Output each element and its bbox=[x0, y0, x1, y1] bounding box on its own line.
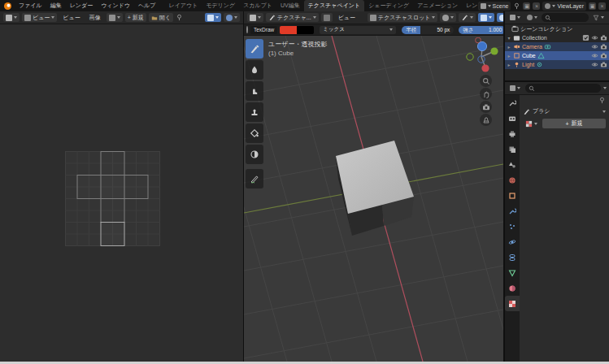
tab-layout[interactable]: レイアウト bbox=[164, 0, 202, 11]
row-object-light[interactable]: ▸ Light bbox=[505, 60, 609, 69]
editor-type-button[interactable] bbox=[247, 13, 263, 22]
disclosure-open-icon[interactable]: ▾ bbox=[507, 35, 511, 41]
tool-clone-button[interactable] bbox=[246, 102, 263, 122]
menu-help[interactable]: ヘルプ bbox=[134, 2, 160, 10]
axis-x-handle[interactable] bbox=[481, 64, 489, 72]
blend-mode-dropdown[interactable]: ミックス bbox=[320, 26, 396, 34]
secondary-color[interactable] bbox=[297, 26, 314, 34]
tab-material[interactable] bbox=[505, 280, 520, 296]
new-texture-button[interactable]: + 新規 bbox=[542, 119, 606, 128]
orientation-dropdown[interactable] bbox=[440, 13, 456, 22]
editor-type-button[interactable] bbox=[3, 13, 20, 22]
perspective-toggle-button[interactable] bbox=[480, 114, 492, 126]
scene-close-button[interactable]: × bbox=[533, 2, 540, 10]
brush-color-swatch[interactable] bbox=[280, 26, 314, 34]
tab-physics[interactable] bbox=[505, 234, 520, 249]
tab-scene[interactable] bbox=[505, 157, 520, 172]
disclosure-closed-icon[interactable]: ▸ bbox=[507, 62, 511, 67]
viewlayer-new-button[interactable]: ▣ bbox=[589, 2, 596, 10]
tool-fill-button[interactable] bbox=[246, 124, 263, 143]
disable-render-camera-icon[interactable] bbox=[600, 43, 607, 50]
link-image-icon[interactable] bbox=[176, 14, 183, 21]
primary-color[interactable] bbox=[280, 26, 297, 34]
row-object-camera[interactable]: ▸ Camera bbox=[505, 42, 609, 51]
image-browse-button[interactable] bbox=[107, 13, 123, 22]
tab-output[interactable] bbox=[505, 126, 520, 141]
outliner-search-input[interactable] bbox=[542, 13, 589, 22]
hide-eye-icon[interactable] bbox=[591, 34, 598, 41]
tab-shading[interactable]: シェーディング bbox=[364, 0, 413, 11]
hide-eye-icon[interactable] bbox=[591, 52, 598, 59]
axis-y-handle[interactable] bbox=[490, 47, 498, 54]
image-new-button[interactable]: + 新規 bbox=[125, 13, 146, 22]
tab-modeling[interactable]: モデリング bbox=[202, 0, 239, 11]
tab-rendering[interactable]: レンダリング bbox=[462, 0, 477, 11]
disable-render-camera-icon[interactable] bbox=[600, 52, 607, 59]
falloff-dropdown[interactable] bbox=[459, 13, 476, 22]
image-editor-canvas[interactable] bbox=[0, 24, 243, 362]
tab-uv-editing[interactable]: UV編集 bbox=[276, 0, 304, 11]
camera-view-button[interactable] bbox=[480, 101, 492, 113]
pin-id-icon[interactable] bbox=[598, 97, 606, 104]
pin-scene-icon[interactable] bbox=[513, 2, 520, 10]
tool-soften-button[interactable] bbox=[246, 60, 263, 80]
disable-render-camera-icon[interactable] bbox=[600, 34, 607, 41]
disable-render-camera-icon[interactable] bbox=[600, 61, 607, 68]
menu-edit[interactable]: 編集 bbox=[46, 2, 66, 10]
symmetry-toggle[interactable] bbox=[478, 13, 494, 22]
tab-view-layer[interactable] bbox=[505, 141, 520, 157]
tab-texture[interactable] bbox=[505, 296, 520, 311]
brush-preview-button[interactable] bbox=[321, 13, 333, 22]
scene-new-button[interactable]: ▣ bbox=[523, 2, 530, 10]
outliner-editor-type-button[interactable] bbox=[507, 13, 523, 22]
row-object-cube[interactable]: ▸ Cube bbox=[505, 51, 609, 60]
menu-render[interactable]: レンダー bbox=[66, 2, 98, 10]
hide-eye-icon[interactable] bbox=[591, 61, 598, 68]
viewlayer-close-button[interactable]: × bbox=[598, 2, 606, 10]
pan-button[interactable] bbox=[480, 88, 492, 100]
tool-annotate-button[interactable] bbox=[246, 169, 263, 188]
mode-dropdown[interactable]: テクスチャ... bbox=[266, 13, 319, 22]
scene-selector[interactable]: Scene bbox=[478, 2, 511, 11]
row-scene-collection[interactable]: シーンコレクション bbox=[505, 24, 609, 33]
cube-object[interactable] bbox=[336, 141, 414, 236]
brush-name-field[interactable]: TexDraw bbox=[250, 26, 277, 34]
tab-sculpting[interactable]: スカルプト bbox=[239, 0, 276, 11]
tab-animation[interactable]: アニメーション bbox=[413, 0, 462, 11]
zoom-button[interactable] bbox=[480, 75, 492, 87]
image-mode-dropdown[interactable]: ビュー bbox=[22, 13, 57, 22]
properties-search-input[interactable] bbox=[525, 84, 601, 93]
tool-draw-button[interactable] bbox=[246, 39, 263, 58]
radius-slider[interactable]: 半径 50 px bbox=[402, 26, 454, 34]
hide-eye-icon[interactable] bbox=[591, 43, 598, 50]
viewport-canvas[interactable]: ユーザー・透視投影 (1) Cube bbox=[244, 36, 503, 362]
outliner-display-mode-button[interactable] bbox=[524, 13, 540, 22]
viewlayer-selector[interactable]: ViewLayer bbox=[542, 2, 586, 11]
tab-object[interactable] bbox=[505, 188, 520, 203]
menu-image[interactable]: 画像 bbox=[86, 14, 104, 22]
tab-object-data[interactable] bbox=[505, 265, 520, 280]
blender-logo-icon[interactable] bbox=[3, 2, 12, 11]
tab-world[interactable] bbox=[505, 172, 520, 188]
menu-view[interactable]: ビュー bbox=[335, 14, 359, 22]
tab-render[interactable] bbox=[505, 110, 520, 126]
tool-mask-button[interactable] bbox=[246, 145, 263, 164]
tool-smear-button[interactable] bbox=[246, 81, 263, 101]
disclosure-closed-icon[interactable]: ▸ bbox=[507, 53, 511, 58]
exclude-checkbox-icon[interactable] bbox=[582, 34, 589, 41]
outliner-filter-button[interactable] bbox=[590, 13, 607, 22]
strength-slider[interactable]: 強さ 1.000 bbox=[459, 26, 503, 34]
axis-z-handle[interactable] bbox=[477, 41, 486, 50]
tab-particles[interactable] bbox=[505, 219, 520, 234]
tab-texture-paint[interactable]: テクスチャペイント bbox=[304, 0, 364, 11]
shading-sphere-dropdown[interactable] bbox=[497, 13, 503, 22]
navigation-gizmo[interactable] bbox=[457, 37, 502, 75]
menu-file[interactable]: ファイル bbox=[15, 2, 46, 10]
menu-view[interactable]: ビュー bbox=[59, 14, 83, 22]
menu-window[interactable]: ウィンドウ bbox=[97, 2, 134, 10]
disclosure-closed-icon[interactable]: ▸ bbox=[507, 44, 511, 50]
texture-slot-dropdown[interactable]: テクスチャスロット bbox=[368, 13, 437, 22]
image-open-button[interactable]: 開く bbox=[149, 13, 173, 22]
tab-modifiers[interactable] bbox=[505, 203, 520, 219]
texture-type-dropdown[interactable] bbox=[523, 119, 540, 128]
